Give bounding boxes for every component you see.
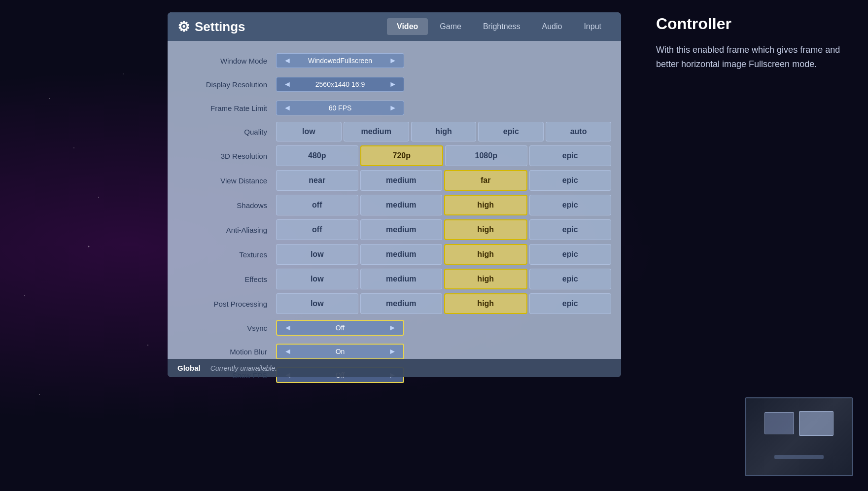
aa-off[interactable]: off [276,219,358,240]
controller-title: Controller [656,15,853,33]
motion-blur-selector[interactable]: ◄ On ► [276,344,404,359]
vsync-value: Off [294,324,386,332]
sh-off[interactable]: off [276,195,358,215]
frame-rate-prev[interactable]: ◄ [281,104,293,112]
display-resolution-row: Display Resolution ◄ 2560x1440 16:9 ► [177,74,611,94]
gear-icon: ⚙ [177,19,190,35]
sh-epic[interactable]: epic [529,195,612,215]
monitor-left [764,412,794,434]
quality-auto[interactable]: auto [546,122,611,141]
controller-panel: Controller With this enabled frame which… [641,0,868,335]
vsync-prev[interactable]: ◄ [282,323,294,332]
tab-audio[interactable]: Audio [532,18,572,35]
footer-global: Global [177,364,201,372]
settings-title: ⚙ Settings [177,19,245,35]
pp-high[interactable]: high [444,293,527,314]
window-mode-prev[interactable]: ◄ [281,56,293,65]
textures-row: Textures low medium high epic [177,244,611,265]
motion-blur-label: Motion Blur [177,348,276,356]
shadows-label: Shadows [177,201,276,210]
textures-btn-row: low medium high epic [276,244,611,265]
display-resolution-selector[interactable]: ◄ 2560x1440 16:9 ► [276,77,404,92]
quality-label: Quality [177,128,276,136]
window-mode-selector[interactable]: ◄ WindowedFullscreen ► [276,53,404,68]
frame-rate-next[interactable]: ► [387,104,399,112]
motion-blur-value: On [294,348,386,355]
settings-panel: ⚙ Settings Video Game Brightness Audio I… [168,12,621,377]
vsync-next[interactable]: ► [386,323,398,332]
res-720p[interactable]: 720p [360,145,444,166]
aa-medium[interactable]: medium [360,219,443,240]
post-processing-row: Post Processing low medium high epic [177,293,611,314]
sh-medium[interactable]: medium [360,195,443,215]
pp-low[interactable]: low [276,293,358,314]
shadows-btn-row: off medium high epic [276,195,611,215]
ef-high[interactable]: high [444,269,527,289]
tx-low[interactable]: low [276,244,358,265]
tx-epic[interactable]: epic [529,244,612,265]
tab-game[interactable]: Game [430,18,471,35]
aa-high[interactable]: high [444,219,527,240]
window-mode-next[interactable]: ► [387,56,399,65]
anti-aliasing-label: Anti-Aliasing [177,226,276,234]
quality-low[interactable]: low [276,122,342,141]
effects-btn-row: low medium high epic [276,269,611,289]
tab-input[interactable]: Input [574,18,611,35]
res-epic[interactable]: epic [529,145,612,166]
effects-label: Effects [177,275,276,283]
vd-near[interactable]: near [276,170,358,191]
panel-header: ⚙ Settings Video Game Brightness Audio I… [168,12,621,41]
res-480p[interactable]: 480p [276,145,358,166]
quality-btn-row: low medium high epic auto [276,122,611,141]
webcam-thumbnail [745,397,853,476]
frame-rate-value: 60 FPS [293,104,387,112]
pp-epic[interactable]: epic [529,293,612,314]
textures-label: Textures [177,250,276,259]
tab-brightness[interactable]: Brightness [473,18,530,35]
display-resolution-next[interactable]: ► [387,80,399,89]
anti-aliasing-row: Anti-Aliasing off medium high epic [177,219,611,240]
motion-blur-row: Motion Blur ◄ On ► [177,342,611,361]
tx-high[interactable]: high [444,244,527,265]
nav-tabs: Video Game Brightness Audio Input [387,18,611,35]
view-distance-btn-row: near medium far epic [276,170,611,191]
display-resolution-label: Display Resolution [177,80,276,89]
quality-row: Quality low medium high epic auto [177,122,611,141]
effects-row: Effects low medium high epic [177,269,611,289]
vd-epic[interactable]: epic [529,170,612,191]
sh-high[interactable]: high [444,195,527,215]
footer-status: Currently unavailable. [210,364,277,372]
quality-high[interactable]: high [411,122,477,141]
window-mode-row: Window Mode ◄ WindowedFullscreen ► [177,51,611,70]
tab-video[interactable]: Video [387,18,428,35]
post-processing-btn-row: low medium high epic [276,293,611,314]
desk-surface [774,455,824,459]
panel-footer: Global Currently unavailable. [168,359,621,377]
settings-content: Window Mode ◄ WindowedFullscreen ► Displ… [168,41,621,394]
aa-epic[interactable]: epic [529,219,612,240]
motion-blur-next[interactable]: ► [386,347,398,356]
controller-description: With this enabled frame which gives fram… [656,43,853,71]
display-resolution-prev[interactable]: ◄ [281,80,293,89]
motion-blur-prev[interactable]: ◄ [282,347,294,356]
quality-medium[interactable]: medium [344,122,409,141]
vsync-selector[interactable]: ◄ Off ► [276,320,404,336]
ef-low[interactable]: low [276,269,358,289]
vd-far[interactable]: far [444,170,527,191]
quality-epic[interactable]: epic [478,122,544,141]
tx-medium[interactable]: medium [360,244,443,265]
shadows-row: Shadows off medium high epic [177,195,611,215]
3d-resolution-label: 3D Resolution [177,152,276,160]
ef-epic[interactable]: epic [529,269,612,289]
frame-rate-selector[interactable]: ◄ 60 FPS ► [276,101,404,115]
3d-resolution-btn-row: 480p 720p 1080p epic [276,145,611,166]
vsync-row: Vsync ◄ Off ► [177,318,611,338]
frame-rate-row: Frame Rate Limit ◄ 60 FPS ► [177,98,611,118]
vd-medium[interactable]: medium [360,170,443,191]
pp-medium[interactable]: medium [360,293,443,314]
webcam-inner [746,398,852,475]
ef-medium[interactable]: medium [360,269,443,289]
post-processing-label: Post Processing [177,300,276,308]
res-1080p[interactable]: 1080p [445,145,527,166]
view-distance-row: View Distance near medium far epic [177,170,611,191]
